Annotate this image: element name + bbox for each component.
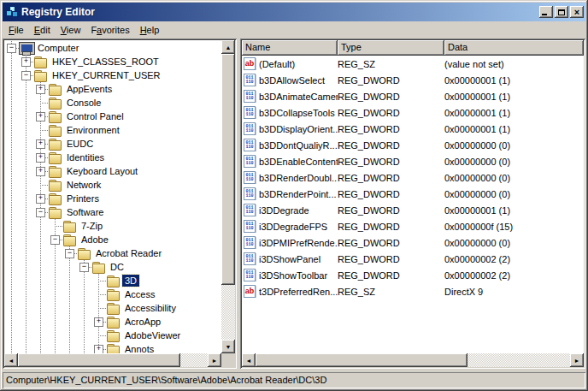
- expand-toggle-icon[interactable]: +: [33, 110, 48, 123]
- tree-hscroll-thumb[interactable]: [18, 353, 180, 367]
- expand-toggle-icon[interactable]: +: [94, 345, 103, 353]
- tree-item-7-zip[interactable]: 7-Zip: [4, 219, 221, 233]
- expand-toggle-icon[interactable]: +: [36, 85, 45, 94]
- expand-toggle-icon[interactable]: +: [94, 317, 103, 327]
- tree-item-console[interactable]: Console: [4, 96, 221, 110]
- expand-toggle-icon[interactable]: +: [36, 167, 45, 176]
- tree-item-acrobat-reader[interactable]: −Acrobat Reader: [4, 246, 221, 260]
- value-row-b3ddisplayorient[interactable]: b3DDisplayOrient...REG_DWORD0x00000001 (…: [242, 121, 584, 137]
- scroll-left-icon[interactable]: ◄: [242, 353, 256, 367]
- column-header-data[interactable]: Data: [444, 40, 584, 56]
- value-row-b3dcollapsetools[interactable]: b3DCollapseToolsREG_DWORD0x00000001 (1): [242, 104, 584, 121]
- collapse-toggle-icon[interactable]: −: [4, 41, 19, 55]
- tree-item-hkey-current-user[interactable]: −HKEY_CURRENT_USER: [4, 68, 221, 82]
- tree-item-control-panel[interactable]: +Control Panel: [4, 110, 221, 123]
- dword-value-icon: [244, 236, 256, 249]
- value-list-body: (Default)REG_SZ(value not set)b3DAllowSe…: [242, 56, 584, 353]
- tree-item-hkey-classes-root[interactable]: +HKEY_CLASSES_ROOT: [4, 55, 221, 68]
- tree-item-adobeviewer[interactable]: AdobeViewer: [4, 329, 221, 342]
- expand-toggle-icon[interactable]: +: [33, 151, 48, 164]
- collapse-toggle-icon[interactable]: −: [21, 71, 31, 80]
- expand-toggle-icon[interactable]: +: [91, 342, 106, 353]
- value-row-i3ddegradefps[interactable]: i3DDegradeFPSREG_DWORD0x0000000f (15): [242, 218, 584, 234]
- value-row-b3dallowselect[interactable]: b3DAllowSelectREG_DWORD0x00000001 (1): [242, 72, 584, 88]
- tree-item-computer[interactable]: −Computer: [4, 41, 221, 55]
- expand-toggle-icon[interactable]: +: [36, 194, 45, 204]
- close-button[interactable]: ×: [570, 6, 584, 18]
- tree-item-annots[interactable]: +Annots: [4, 342, 221, 353]
- tree-guide-line: [33, 315, 48, 329]
- maximize-button[interactable]: [555, 6, 568, 18]
- list-hscroll-thumb[interactable]: [256, 353, 467, 367]
- value-row-b3drenderdoubl[interactable]: b3DRenderDoubl...REG_DWORD0x00000000 (0): [242, 169, 584, 186]
- value-row-i3dshowtoolbar[interactable]: i3DShowToolbarREG_DWORD0x00000002 (2): [242, 267, 584, 283]
- tree-item-environment[interactable]: Environment: [4, 123, 221, 137]
- collapse-toggle-icon[interactable]: −: [77, 260, 91, 274]
- expand-toggle-icon[interactable]: +: [33, 164, 48, 178]
- expand-toggle-icon[interactable]: +: [33, 137, 48, 151]
- tree-guide-line: [33, 342, 48, 353]
- expand-toggle-icon[interactable]: +: [33, 82, 48, 96]
- value-row-i3ddegrade[interactable]: i3DDegradeREG_DWORD0x00000001 (1): [242, 202, 584, 218]
- value-row-b3danimatecamera[interactable]: b3DAnimateCameraREG_DWORD0x00000001 (1): [242, 88, 584, 104]
- tree-item-eudc[interactable]: +EUDC: [4, 137, 221, 151]
- expand-toggle-icon[interactable]: +: [91, 315, 106, 329]
- tree-item-software[interactable]: −Software: [4, 205, 221, 219]
- tree-item-network[interactable]: Network: [4, 178, 221, 192]
- collapse-toggle-icon[interactable]: −: [48, 233, 62, 246]
- expand-toggle-icon[interactable]: +: [36, 112, 45, 121]
- collapse-toggle-icon[interactable]: −: [33, 205, 48, 219]
- expand-toggle-icon[interactable]: +: [21, 57, 31, 67]
- menu-favorites[interactable]: Favorites: [85, 23, 134, 38]
- scroll-right-icon[interactable]: ►: [570, 353, 584, 367]
- collapse-toggle-icon[interactable]: −: [7, 44, 16, 53]
- tree-item-adobe[interactable]: −Adobe: [4, 233, 221, 246]
- tree-vscroll-thumb[interactable]: [221, 54, 235, 285]
- menu-edit[interactable]: Edit: [29, 23, 56, 38]
- title-bar[interactable]: Registry Editor ×: [3, 3, 585, 21]
- value-row-b3denablecontent[interactable]: b3DEnableContentREG_DWORD0x00000000 (0): [242, 153, 584, 169]
- scroll-up-icon[interactable]: ▲: [221, 40, 235, 54]
- tree-item-dc[interactable]: −DC: [4, 260, 221, 274]
- menu-file[interactable]: File: [3, 23, 29, 38]
- tree-item-keyboard-layout[interactable]: +Keyboard Layout: [4, 164, 221, 178]
- value-row-i3dshowpanel[interactable]: i3DShowPanelREG_DWORD0x00000002 (2): [242, 251, 584, 267]
- value-row-t3dpreferredren[interactable]: t3DPreferredRen...REG_SZDirectX 9: [242, 283, 584, 299]
- value-row-b3drenderpoint[interactable]: b3DRenderPoint...REG_DWORD0x00000000 (0): [242, 186, 584, 202]
- tree-item-accessibility[interactable]: Accessibility: [4, 301, 221, 315]
- tree-item-3d[interactable]: 3D: [4, 274, 221, 287]
- collapse-toggle-icon[interactable]: −: [65, 249, 74, 258]
- column-header-name[interactable]: Name: [242, 40, 338, 56]
- menu-help[interactable]: Help: [135, 23, 165, 38]
- list-horizontal-scrollbar[interactable]: ◄ ►: [242, 353, 584, 367]
- scroll-right-icon[interactable]: ►: [208, 353, 221, 367]
- collapse-toggle-icon[interactable]: −: [62, 246, 77, 260]
- tree-item-printers[interactable]: +Printers: [4, 192, 221, 205]
- collapse-toggle-icon[interactable]: −: [50, 235, 60, 245]
- expand-toggle-icon[interactable]: +: [33, 192, 48, 205]
- tree-item-acroapp[interactable]: +AcroApp: [4, 315, 221, 329]
- value-row-b3ddontqualiyr[interactable]: b3DDontQualiyR...REG_DWORD0x00000000 (0): [242, 137, 584, 153]
- value-type: REG_DWORD: [338, 140, 444, 151]
- tree-guide-line: [4, 164, 19, 178]
- expand-toggle-icon[interactable]: +: [36, 139, 45, 149]
- minimize-button[interactable]: [539, 6, 553, 18]
- collapse-toggle-icon[interactable]: −: [36, 208, 45, 217]
- tree-item-identities[interactable]: +Identities: [4, 151, 221, 164]
- value-row-i3dpmiprefrende[interactable]: i3DPMIPrefRende...REG_DWORD0x00000000 (0…: [242, 234, 584, 251]
- expand-toggle-icon[interactable]: +: [19, 55, 33, 68]
- menu-view[interactable]: View: [56, 23, 86, 38]
- scroll-left-icon[interactable]: ◄: [4, 353, 18, 367]
- tree-horizontal-scrollbar[interactable]: ◄ ►: [4, 353, 221, 367]
- value-row-default[interactable]: (Default)REG_SZ(value not set): [242, 56, 584, 72]
- tree-guide-line: [4, 68, 19, 82]
- collapse-toggle-icon[interactable]: −: [79, 263, 89, 272]
- tree-view: −Computer+HKEY_CLASSES_ROOT−HKEY_CURRENT…: [4, 40, 221, 353]
- tree-item-access[interactable]: Access: [4, 287, 221, 301]
- collapse-toggle-icon[interactable]: −: [19, 68, 33, 82]
- scroll-down-icon[interactable]: ▼: [221, 340, 235, 353]
- tree-vertical-scrollbar[interactable]: ▲ ▼: [221, 40, 235, 353]
- tree-item-appevents[interactable]: +AppEvents: [4, 82, 221, 96]
- column-header-type[interactable]: Type: [338, 40, 444, 56]
- expand-toggle-icon[interactable]: +: [36, 153, 45, 163]
